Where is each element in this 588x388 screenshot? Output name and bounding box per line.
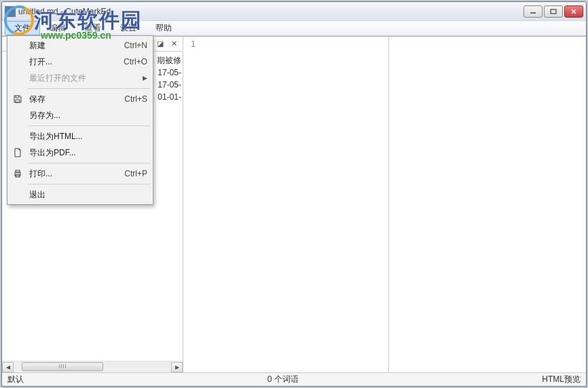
menu-save[interactable]: 保存 Ctrl+S — [9, 91, 151, 107]
menu-saveas[interactable]: 另存为... — [9, 107, 151, 123]
horizontal-scrollbar[interactable]: ◀ ▶ — [2, 361, 183, 372]
pdf-icon — [10, 148, 25, 157]
menu-exit[interactable]: 退出 — [9, 187, 151, 203]
line-gutter: 1 — [183, 37, 198, 372]
menu-print[interactable]: 打印... Ctrl+P — [9, 166, 151, 182]
window-title: untitled.md - CuteMarkEd — [18, 7, 523, 16]
status-preview-label[interactable]: HTML预览 — [542, 374, 581, 385]
scroll-thumb[interactable] — [22, 362, 103, 371]
preview-panel — [389, 37, 586, 372]
menu-separator — [28, 163, 150, 163]
menu-edit[interactable]: 编辑 — [40, 21, 75, 35]
chevron-right-icon: ▶ — [143, 75, 147, 81]
app-icon — [5, 6, 16, 17]
editor-panel: 1 — [183, 37, 389, 372]
status-mode[interactable]: 默认 — [7, 374, 24, 385]
menubar: 文件 编辑 查看 设置 帮助 — [2, 21, 586, 36]
file-menu-dropdown: 新建 Ctrl+N 打开... Ctrl+O 最近打开的文件 ▶ 保存 Ctrl… — [7, 35, 153, 205]
menu-separator — [28, 184, 150, 185]
svg-rect-5 — [16, 170, 20, 172]
save-icon — [10, 94, 25, 104]
scroll-left-button[interactable]: ◀ — [2, 362, 14, 372]
svg-rect-1 — [551, 9, 556, 14]
menu-help[interactable]: 帮助 — [146, 21, 181, 35]
statusbar: 默认 0 个词语 HTML预览 — [2, 372, 586, 386]
editor-textarea[interactable] — [198, 37, 388, 372]
menu-recent: 最近打开的文件 ▶ — [9, 70, 151, 86]
maximize-button[interactable] — [544, 5, 563, 18]
scroll-right-button[interactable]: ▶ — [171, 362, 183, 372]
window-controls — [523, 5, 583, 18]
menu-view[interactable]: 查看 — [75, 21, 111, 35]
scroll-track[interactable] — [14, 362, 171, 372]
minimize-button[interactable] — [523, 5, 543, 18]
print-icon — [10, 169, 25, 178]
menu-separator — [28, 125, 150, 126]
titlebar[interactable]: untitled.md - CuteMarkEd — [2, 2, 586, 21]
menu-export-html[interactable]: 导出为HTML... — [9, 128, 151, 144]
menu-export-pdf[interactable]: 导出为PDF... — [9, 144, 151, 161]
menu-separator — [28, 88, 150, 89]
panel-dock-icon[interactable]: ◪ — [155, 39, 165, 49]
menu-new[interactable]: 新建 Ctrl+N — [9, 37, 151, 54]
close-button[interactable] — [564, 5, 583, 18]
line-number: 1 — [183, 39, 196, 49]
menu-settings[interactable]: 设置 — [111, 21, 146, 35]
menu-file[interactable]: 文件 — [5, 21, 40, 35]
status-wordcount: 0 个词语 — [24, 374, 542, 385]
panel-close-icon[interactable]: ✕ — [169, 39, 179, 49]
menu-open[interactable]: 打开... Ctrl+O — [9, 54, 151, 70]
